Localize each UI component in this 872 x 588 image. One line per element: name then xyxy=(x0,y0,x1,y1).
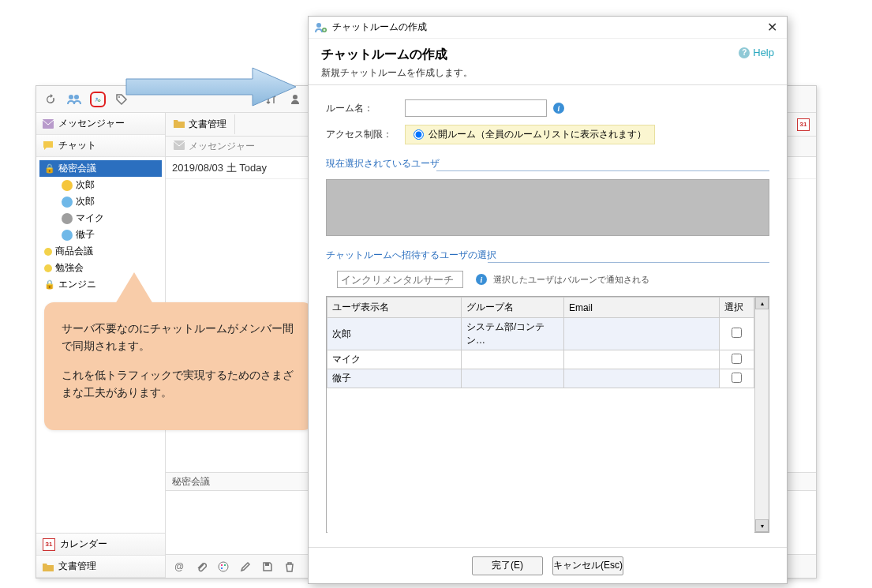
member-name: マイク xyxy=(76,212,104,225)
chat-bubble-icon xyxy=(43,140,54,152)
chat-label: チャット xyxy=(58,139,96,152)
help-icon: ? xyxy=(739,47,750,58)
done-button[interactable]: 完了(E) xyxy=(472,556,543,575)
attach-icon[interactable] xyxy=(194,560,208,574)
svg-rect-7 xyxy=(174,140,185,150)
svg-point-11 xyxy=(221,567,223,569)
scroll-up-icon[interactable]: ▴ xyxy=(755,297,769,309)
th-email[interactable]: Email xyxy=(564,298,720,318)
svg-point-10 xyxy=(224,564,226,566)
lock-icon: 🔒 xyxy=(44,279,55,290)
edit-icon[interactable] xyxy=(238,560,253,574)
info-icon[interactable]: i xyxy=(476,274,487,285)
scroll-down-icon[interactable]: ▾ xyxy=(755,519,769,532)
group-icon[interactable] xyxy=(66,92,82,107)
table-row[interactable]: 次郎 システム部/コンテン… xyxy=(327,318,754,350)
tab-documents[interactable]: 文書管理 xyxy=(166,114,235,134)
dialog-footer: 完了(E) キャンセル(Esc) xyxy=(309,547,787,583)
help-link[interactable]: ? Help xyxy=(739,47,774,58)
tree-room-products[interactable]: 商品会議 xyxy=(39,243,162,260)
folder-icon xyxy=(43,561,54,572)
close-button[interactable]: ✕ xyxy=(764,20,780,35)
table-row[interactable]: 徹子 xyxy=(327,369,754,388)
lock-icon: 🔒 xyxy=(44,163,55,174)
room-name-label: ルーム名： xyxy=(326,102,405,115)
row-room-name: ルーム名： i xyxy=(326,99,769,117)
calendar-icon: 31 xyxy=(43,538,55,551)
envelope-icon xyxy=(174,140,185,152)
fieldset-invite-users: チャットルームへ招待するユーザの選択 i 選択したユーザはバルーンで通知される … xyxy=(326,249,769,533)
cancel-button[interactable]: キャンセル(Esc) xyxy=(552,556,623,575)
svg-point-0 xyxy=(69,95,73,99)
person-avatar-icon xyxy=(62,180,73,191)
sidebar-section-messenger[interactable]: メッセンジャー xyxy=(36,113,165,135)
svg-point-9 xyxy=(221,564,223,566)
annotation-callout: サーバ不要なのにチャットルームがメンバー間で同期されます。 これを低トラフィック… xyxy=(44,302,312,430)
trash-icon[interactable] xyxy=(283,560,297,574)
dialog-heading: チャットルームの作成 xyxy=(321,47,473,63)
access-public-radio[interactable]: 公開ルーム（全員のルームリストに表示されます） xyxy=(405,125,655,144)
calendar-label: カレンダー xyxy=(60,537,107,551)
access-label: アクセス制限： xyxy=(326,128,405,141)
tree-member[interactable]: 徹子 xyxy=(57,227,162,243)
palette-icon[interactable] xyxy=(216,560,230,574)
subtab-label: メッセンジャー xyxy=(189,140,255,153)
th-name[interactable]: ユーザ表示名 xyxy=(327,298,462,318)
dot-icon xyxy=(44,248,52,256)
calendar-icon[interactable]: 31 xyxy=(797,118,810,131)
tree-room-secret[interactable]: 🔒 秘密会議 xyxy=(39,160,162,177)
room-name-input[interactable] xyxy=(405,99,547,117)
save-icon[interactable] xyxy=(260,560,275,574)
access-radio-input[interactable] xyxy=(414,129,424,140)
annotation-arrow xyxy=(118,63,300,110)
at-icon[interactable]: @ xyxy=(172,560,186,574)
user-table: ユーザ表示名 グループ名 Email 選択 次郎 システム部/コンテン… xyxy=(327,297,754,547)
group-add-icon xyxy=(315,21,327,34)
tree-room-label: 商品会議 xyxy=(55,245,93,258)
tree-room-label: 勉強会 xyxy=(55,261,84,275)
tree-member[interactable]: 次郎 xyxy=(57,193,162,210)
svg-point-2 xyxy=(95,97,98,99)
subtab-messenger[interactable]: メッセンジャー xyxy=(166,137,263,156)
person-avatar-icon xyxy=(62,230,73,241)
tree-member[interactable]: マイク xyxy=(57,210,162,227)
messenger-label: メッセンジャー xyxy=(58,117,125,130)
group-add-icon[interactable] xyxy=(90,92,106,107)
select-user-checkbox[interactable] xyxy=(732,354,742,364)
row-access: アクセス制限： 公開ルーム（全員のルームリストに表示されます） xyxy=(326,125,769,144)
table-scrollbar[interactable]: ▴ ▾ xyxy=(754,297,769,532)
select-user-checkbox[interactable] xyxy=(732,373,742,383)
docmgmt-label: 文書管理 xyxy=(58,560,96,573)
tree-member[interactable]: 次郎 xyxy=(57,177,162,193)
dialog-titlebar: チャットルームの作成 ✕ xyxy=(309,17,787,39)
fieldset-selected-users: 現在選択されているユーザ xyxy=(326,157,769,236)
table-row[interactable]: マイク xyxy=(327,350,754,369)
sidebar-section-docs[interactable]: 文書管理 xyxy=(36,556,165,578)
selected-users-box xyxy=(326,179,769,236)
callout-text: これを低トラフィックで実現するためのさまざまな工夫があります。 xyxy=(62,366,295,402)
member-name: 次郎 xyxy=(76,195,95,208)
balloon-hint: 選択したユーザはバルーンで通知される xyxy=(493,274,649,286)
tab-label: 文書管理 xyxy=(189,118,226,131)
create-chatroom-dialog: チャットルームの作成 ✕ チャットルームの作成 新規チャットルームを作成します。… xyxy=(308,16,788,584)
person-avatar-icon xyxy=(62,213,73,224)
dialog-window-title: チャットルームの作成 xyxy=(332,21,427,34)
info-icon[interactable]: i xyxy=(553,103,564,114)
sidebar-section-calendar[interactable]: 31 カレンダー xyxy=(36,534,165,556)
svg-point-8 xyxy=(219,562,228,571)
user-search-input[interactable] xyxy=(337,271,463,288)
svg-point-13 xyxy=(316,23,321,28)
member-name: 徹子 xyxy=(76,228,95,242)
svg-rect-12 xyxy=(265,563,269,566)
svg-rect-6 xyxy=(43,119,54,129)
tree-room-label: エンジニ xyxy=(58,278,96,291)
th-select[interactable]: 選択 xyxy=(720,298,754,318)
dialog-header: チャットルームの作成 新規チャットルームを作成します。 ? Help xyxy=(309,39,787,84)
refresh-icon[interactable] xyxy=(43,92,58,107)
th-group[interactable]: グループ名 xyxy=(462,298,564,318)
sidebar-section-chat[interactable]: チャット xyxy=(36,135,165,157)
dialog-body: ルーム名： i アクセス制限： 公開ルーム（全員のルームリストに表示されます） … xyxy=(309,85,787,547)
person-avatar-icon xyxy=(62,197,73,208)
select-user-checkbox[interactable] xyxy=(732,328,742,338)
svg-point-1 xyxy=(74,95,79,99)
